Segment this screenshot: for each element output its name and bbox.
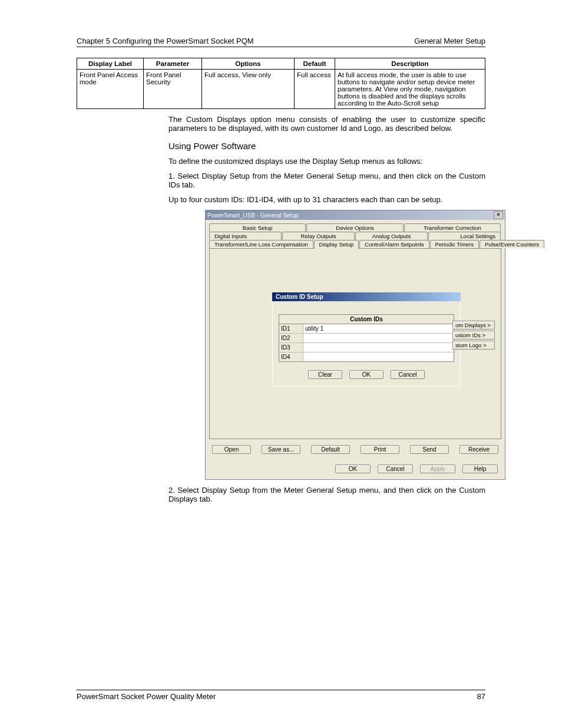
id-row-2: ID2 [279,334,454,343]
cell-display-label: Front Panel Access mode [77,70,144,109]
tab-panel: Custom ID Setup Custom IDs ID1 ID2 [209,248,501,439]
th-display-label: Display Label [77,58,144,70]
cell-default: Full access [295,70,335,109]
id3-input[interactable] [303,343,454,352]
close-icon[interactable]: × [494,211,503,219]
footer-left: PowerSmart Socket Power Quality Meter [77,692,216,701]
tab-device-options[interactable]: Device Options [306,223,403,232]
section-heading: Using Power Software [168,141,485,151]
custom-ids-header: Custom IDs [279,315,454,324]
footer-right: 87 [477,692,485,701]
dialog-title: PowerSmart_USB - General Setup [207,212,299,219]
body-text: The Custom Displays option menu consists… [168,115,485,503]
id2-label: ID2 [279,334,303,342]
dialog-action-row: Open Save as... Default Print Send Recei… [206,443,505,461]
tab-transformer-line-loss[interactable]: Transformer/Line Loss Compensation [209,240,313,248]
step-2: 2. Select Display Setup from the Meter G… [168,486,485,503]
help-button[interactable]: Help [462,465,498,473]
intro-paragraph: The Custom Displays option menu consists… [168,115,485,133]
ok-button[interactable]: OK [335,465,371,473]
send-button[interactable]: Send [410,445,449,454]
clear-button[interactable]: Clear [308,370,342,379]
page-footer: PowerSmart Socket Power Quality Meter 87 [77,690,485,701]
th-default: Default [295,58,335,70]
save-as-button[interactable]: Save as... [262,445,300,454]
th-parameter: Parameter [144,58,202,70]
inner-cancel-button[interactable]: Cancel [391,370,425,379]
custom-ids-box: Custom IDs ID1 ID2 ID3 [279,314,454,362]
dialog-bottom-buttons: OK Cancel Apply Help [206,461,505,479]
tab-pulse-event-counters[interactable]: Pulse/Event Counters [480,240,544,248]
cancel-button[interactable]: Cancel [378,465,413,473]
header-right: General Meter Setup [414,37,485,45]
id3-label: ID3 [279,343,303,352]
tab-display-setup[interactable]: Display Setup [314,240,359,249]
table-row: Front Panel Access mode Front Panel Secu… [77,70,485,109]
parameter-table: Display Label Parameter Options Default … [77,58,485,109]
side-buttons: om Displays > ustom IDs > stom Logo > [452,321,495,350]
custom-displays-sidebtn[interactable]: om Displays > [452,321,495,330]
receive-button[interactable]: Receive [459,445,498,454]
custom-logo-sidebtn[interactable]: stom Logo > [452,341,495,350]
page-header: Chapter 5 Configuring the PowerSmart Soc… [77,37,485,47]
tab-analog-outputs[interactable]: Analog Outputs [355,232,428,240]
cell-options: Full access, View only [202,70,295,109]
inner-ok-button[interactable]: OK [349,370,384,379]
print-button[interactable]: Print [361,445,399,454]
apply-button[interactable]: Apply [420,465,455,473]
step-1: 1. Select Display Setup from the Meter G… [168,172,485,189]
id-row-4: ID4 [279,353,454,361]
tab-periodic-timers[interactable]: Periodic Timers [430,240,479,248]
id1-label: ID1 [279,324,303,333]
id4-input[interactable] [303,353,454,361]
id1-input[interactable] [303,324,454,333]
dialog-titlebar: PowerSmart_USB - General Setup × [206,210,505,220]
tab-control-alarm-setpoints[interactable]: Control/Alarm Setpoints [359,240,429,248]
tab-digital-inputs[interactable]: Digital Inputs [209,232,282,240]
header-left: Chapter 5 Configuring the PowerSmart Soc… [77,37,254,45]
default-button[interactable]: Default [311,445,350,454]
id2-input[interactable] [303,334,454,342]
open-button[interactable]: Open [212,445,251,454]
id-row-3: ID3 [279,343,454,353]
th-description: Description [335,58,485,70]
custom-id-setup-title: Custom ID Setup [272,292,461,301]
tab-transformer-correction[interactable]: Transformer Correction [404,223,501,232]
paragraph-1: To define the customized displays use th… [168,157,485,166]
tab-basic-setup[interactable]: Basic Setup [209,223,306,232]
th-options: Options [202,58,295,70]
tab-local-settings[interactable]: Local Settings [428,232,501,240]
tab-relay-outputs[interactable]: Relay Outputs [282,232,355,240]
paragraph-2: Up to four custom IDs: ID1-ID4, with up … [168,195,485,204]
custom-id-setup-panel: Custom ID Setup Custom IDs ID1 ID2 [272,292,461,387]
custom-ids-sidebtn[interactable]: ustom IDs > [452,331,495,340]
id-row-1: ID1 [279,324,454,334]
cell-parameter: Front Panel Security [144,70,202,109]
general-setup-dialog: PowerSmart_USB - General Setup × Basic S… [205,210,505,480]
id4-label: ID4 [279,353,303,361]
cell-description: At full access mode, the user is able to… [335,70,485,109]
